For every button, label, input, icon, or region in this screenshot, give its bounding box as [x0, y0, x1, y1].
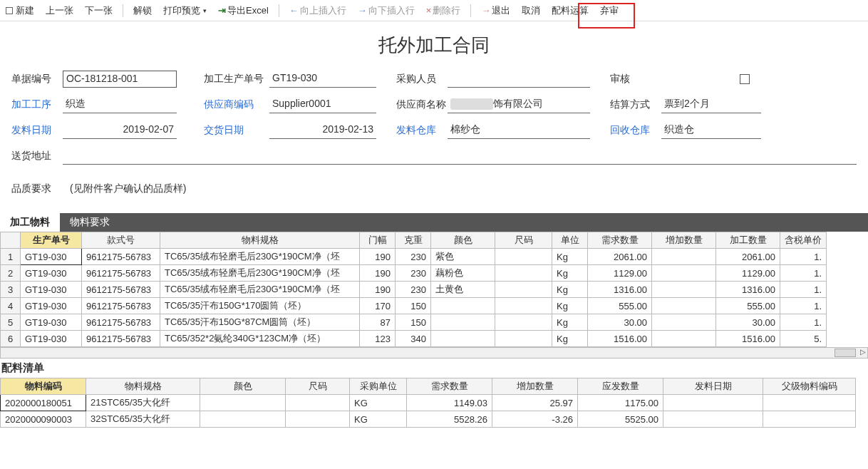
chk-audit[interactable] [740, 74, 750, 84]
col-width[interactable]: 门幅 [360, 232, 396, 249]
lbl-prod-no: 加工生产单号 [204, 73, 269, 86]
col-work-qty[interactable]: 加工数量 [716, 232, 780, 249]
table-row[interactable]: 2GT19-0309612175-56783TC65/35绒布轻磨毛后230G*… [1, 265, 827, 282]
fld-send-date[interactable]: 2019-02-07 [63, 122, 177, 139]
col-mat-unit[interactable]: 采购单位 [350, 378, 407, 395]
fld-ship-addr[interactable] [63, 148, 857, 165]
col-weight[interactable]: 克重 [396, 232, 431, 249]
col-mat-add[interactable]: 增加数量 [492, 378, 578, 395]
col-mat-size[interactable]: 尺码 [286, 378, 350, 395]
table-row[interactable]: 3GT19-0309612175-56783TC65/35绒布轻磨毛后230G*… [1, 282, 827, 298]
lbl-settle: 结算方式 [610, 98, 661, 111]
col-mat-should[interactable]: 应发数量 [578, 378, 663, 395]
btn-print-preview[interactable]: 打印预览 [160, 3, 210, 19]
col-add-qty[interactable]: 增加数量 [652, 232, 716, 249]
btn-export-excel[interactable]: ⇥导出Excel [215, 3, 272, 19]
btn-exit[interactable]: →退出 [478, 3, 513, 19]
lbl-doc-no: 单据编号 [11, 73, 63, 86]
fld-doc-no[interactable]: OC-181218-001 [63, 71, 177, 88]
lbl-ship-addr: 送货地址 [11, 150, 63, 163]
col-unit[interactable]: 单位 [552, 232, 588, 249]
btn-cancel[interactable]: 取消 [519, 3, 543, 19]
col-mat-parent[interactable]: 父级物料编码 [763, 378, 856, 395]
exit-icon: → [481, 5, 490, 16]
fld-supplier-name[interactable]: 饰有限公司 [448, 96, 590, 113]
table-row[interactable]: 1GT19-0309612175-56783TC65/35绒布轻磨毛后230G*… [1, 249, 827, 265]
btn-abandon[interactable]: 弃审 [597, 3, 621, 19]
col-mat-color[interactable]: 颜色 [200, 378, 286, 395]
btn-delete-row: ×删除行 [423, 3, 464, 19]
fld-process[interactable]: 织造 [63, 96, 177, 113]
lbl-due-date[interactable]: 交货日期 [204, 124, 269, 137]
col-spec[interactable]: 物料规格 [160, 232, 360, 249]
grid1-header: 生产单号 款式号 物料规格 门幅 克重 颜色 尺码 单位 需求数量 增加数量 加… [1, 232, 827, 249]
toolbar: 新建 上一张 下一张 解锁 打印预览 ⇥导出Excel ←向上插入行 →向下插入… [0, 0, 868, 21]
col-color[interactable]: 颜色 [431, 232, 495, 249]
grid1-hscroll[interactable]: ▷ [0, 347, 868, 359]
grid2-header: 物料编码 物料规格 颜色 尺码 采购单位 需求数量 增加数量 应发数量 发料日期… [1, 378, 856, 395]
arrow-up-icon: ← [289, 5, 299, 16]
lbl-audit: 审核 [610, 73, 661, 86]
btn-unlock[interactable]: 解锁 [130, 3, 155, 19]
tab-material-req[interactable]: 物料要求 [60, 213, 120, 232]
col-rownum[interactable] [1, 232, 21, 249]
col-price[interactable]: 含税单价 [780, 232, 827, 249]
btn-insert-up: ←向上插入行 [286, 3, 349, 19]
fld-due-date[interactable]: 2019-02-13 [269, 122, 376, 139]
table-row[interactable]: 202000009000332STC65/35大化纤KG5528.26-3.26… [1, 411, 856, 428]
table-row[interactable]: 6GT19-0309612175-56783TC65/352*2氨纶340G*1… [1, 331, 827, 347]
btn-insert-down: →向下插入行 [355, 3, 418, 19]
redacted-text [450, 98, 493, 110]
table-row[interactable]: 202000018005121STC65/35大化纤KG1149.0325.97… [1, 395, 856, 411]
col-mat-req[interactable]: 需求数量 [407, 378, 492, 395]
lbl-quality: 品质要求 [11, 182, 63, 195]
lbl-buyer: 采购人员 [396, 73, 448, 86]
btn-new[interactable]: 新建 [3, 3, 37, 19]
fld-settle[interactable]: 票到2个月 [661, 96, 761, 113]
table-row[interactable]: 4GT19-0309612175-56783TC65/35汗布150G*170圆… [1, 298, 827, 314]
tabs-materials: 加工物料 物料要求 [0, 213, 868, 232]
export-icon: ⇥ [218, 5, 226, 16]
col-mat-code[interactable]: 物料编码 [1, 378, 86, 395]
col-mat-date[interactable]: 发料日期 [663, 378, 763, 395]
lbl-supplier-name: 供应商名称 [396, 98, 448, 111]
fld-recv-wh[interactable]: 织造仓 [661, 122, 761, 139]
lbl-send-date[interactable]: 发料日期 [11, 124, 63, 137]
lbl-supplier-code[interactable]: 供应商编码 [204, 98, 269, 111]
table-row[interactable]: 5GT19-0309612175-56783TC65/35汗布150G*87CM… [1, 314, 827, 331]
fld-buyer[interactable] [448, 71, 590, 88]
fld-quality: (见附件客户确认的品质样) [63, 182, 186, 195]
col-size[interactable]: 尺码 [495, 232, 552, 249]
section-material-list: 配料清单 [0, 359, 868, 378]
grid-work-materials: 生产单号 款式号 物料规格 门幅 克重 颜色 尺码 单位 需求数量 增加数量 加… [0, 232, 868, 359]
fld-supplier-code[interactable]: Supplier0001 [269, 96, 376, 113]
col-style[interactable]: 款式号 [82, 232, 160, 249]
col-prod-no[interactable]: 生产单号 [21, 232, 82, 249]
col-req-qty[interactable]: 需求数量 [588, 232, 652, 249]
arrow-down-icon: → [358, 5, 367, 16]
lbl-recv-wh[interactable]: 回收仓库 [610, 124, 661, 137]
btn-next[interactable]: 下一张 [82, 3, 115, 19]
grid-material-list: 物料编码 物料规格 颜色 尺码 采购单位 需求数量 增加数量 应发数量 发料日期… [0, 378, 868, 428]
x-icon: × [426, 5, 432, 16]
lbl-process[interactable]: 加工工序 [11, 98, 63, 111]
lbl-send-wh[interactable]: 发料仓库 [396, 124, 448, 137]
page-title: 托外加工合同 [0, 21, 868, 63]
col-mat-spec[interactable]: 物料规格 [86, 378, 200, 395]
tab-work-materials[interactable]: 加工物料 [0, 213, 60, 232]
fld-prod-no[interactable]: GT19-030 [269, 71, 376, 88]
fld-send-wh[interactable]: 棉纱仓 [448, 122, 590, 139]
btn-material-calc[interactable]: 配料运算 [549, 3, 591, 19]
btn-prev[interactable]: 上一张 [43, 3, 76, 19]
form-area: 单据编号 OC-181218-001 加工生产单号 GT19-030 采购人员 … [0, 63, 868, 205]
